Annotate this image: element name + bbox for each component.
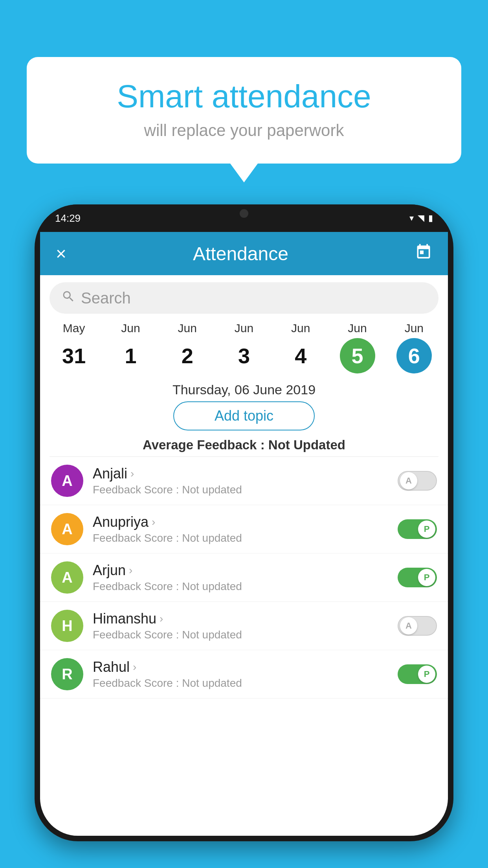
chevron-right-icon: ›	[152, 516, 155, 528]
avatar: A	[51, 465, 83, 497]
calendar-icon[interactable]	[415, 243, 432, 264]
speech-bubble: Smart attendance will replace your paper…	[27, 57, 461, 164]
date-month: Jun	[291, 322, 310, 335]
search-icon	[61, 289, 75, 307]
student-info: Anjali ›Feedback Score : Not updated	[93, 465, 388, 496]
student-name: Anjali ›	[93, 465, 388, 482]
speech-bubble-title: Smart attendance	[50, 79, 438, 114]
attendance-toggle[interactable]: P	[398, 568, 437, 587]
date-col-6[interactable]: Jun6	[391, 322, 438, 373]
date-col-4[interactable]: Jun4	[277, 322, 324, 373]
date-col-3[interactable]: Jun3	[220, 322, 268, 373]
date-month: Jun	[348, 322, 367, 335]
status-time: 14:29	[55, 212, 81, 224]
date-number[interactable]: 6	[396, 338, 432, 373]
student-list: AAnjali ›Feedback Score : Not updatedAAA…	[40, 457, 448, 699]
student-name: Arjun ›	[93, 562, 388, 579]
camera-dot	[240, 209, 248, 218]
avatar: R	[51, 658, 83, 690]
signal-icon: ◥	[418, 213, 424, 223]
date-number[interactable]: 1	[113, 338, 148, 373]
feedback-score: Feedback Score : Not updated	[93, 484, 388, 496]
avatar: H	[51, 610, 83, 642]
date-col-0[interactable]: May31	[50, 322, 97, 373]
speech-bubble-subtitle: will replace your paperwork	[50, 121, 438, 140]
attendance-toggle[interactable]: A	[398, 471, 437, 491]
attendance-toggle[interactable]: P	[398, 519, 437, 539]
search-bar[interactable]: Search	[50, 282, 438, 314]
chevron-right-icon: ›	[160, 612, 163, 625]
search-input[interactable]: Search	[81, 289, 131, 307]
date-col-1[interactable]: Jun1	[107, 322, 154, 373]
wifi-icon: ▾	[409, 213, 414, 223]
date-col-5[interactable]: Jun5	[334, 322, 381, 373]
app-screen: × Attendance Search May31Jun1Jun2Jun3Jun…	[40, 232, 448, 836]
avatar: A	[51, 561, 83, 594]
date-month: Jun	[178, 322, 197, 335]
phone-frame: 14:29 ▾ ◥ ▮ × Attendance	[35, 204, 453, 841]
student-row[interactable]: AAnupriya ›Feedback Score : Not updatedP	[40, 505, 448, 554]
phone-notch	[220, 204, 268, 222]
header-title: Attendance	[193, 243, 288, 265]
feedback-score: Feedback Score : Not updated	[93, 580, 388, 593]
toggle-knob: P	[418, 666, 435, 683]
student-row[interactable]: RRahul ›Feedback Score : Not updatedP	[40, 650, 448, 699]
student-info: Rahul ›Feedback Score : Not updated	[93, 659, 388, 690]
chevron-right-icon: ›	[129, 564, 132, 577]
chevron-right-icon: ›	[133, 661, 136, 673]
date-row: May31Jun1Jun2Jun3Jun4Jun5Jun6	[40, 318, 448, 373]
battery-icon: ▮	[428, 213, 433, 223]
attendance-toggle[interactable]: P	[398, 664, 437, 684]
date-col-2[interactable]: Jun2	[164, 322, 211, 373]
student-info: Himanshu ›Feedback Score : Not updated	[93, 611, 388, 641]
date-month: May	[63, 322, 85, 335]
toggle-knob: P	[418, 520, 435, 538]
student-row[interactable]: AAnjali ›Feedback Score : Not updatedA	[40, 457, 448, 505]
date-number[interactable]: 31	[56, 338, 92, 373]
toggle-knob: A	[400, 617, 417, 634]
selected-date-label: Thursday, 06 June 2019	[40, 382, 448, 397]
app-header: × Attendance	[40, 232, 448, 275]
date-number[interactable]: 5	[340, 338, 375, 373]
close-button[interactable]: ×	[56, 243, 66, 264]
student-row[interactable]: HHimanshu ›Feedback Score : Not updatedA	[40, 602, 448, 650]
date-number[interactable]: 2	[170, 338, 205, 373]
date-month: Jun	[235, 322, 253, 335]
date-month: Jun	[405, 322, 424, 335]
student-name: Rahul ›	[93, 659, 388, 675]
avg-feedback: Average Feedback : Not Updated	[40, 438, 448, 452]
add-topic-button[interactable]: Add topic	[173, 401, 315, 430]
feedback-score: Feedback Score : Not updated	[93, 677, 388, 690]
student-row[interactable]: AArjun ›Feedback Score : Not updatedP	[40, 554, 448, 602]
date-number[interactable]: 4	[283, 338, 318, 373]
student-name: Himanshu ›	[93, 611, 388, 627]
feedback-score: Feedback Score : Not updated	[93, 629, 388, 641]
date-month: Jun	[121, 322, 140, 335]
feedback-score: Feedback Score : Not updated	[93, 532, 388, 544]
date-number[interactable]: 3	[226, 338, 262, 373]
status-bar: 14:29 ▾ ◥ ▮	[35, 204, 453, 232]
student-info: Anupriya ›Feedback Score : Not updated	[93, 514, 388, 544]
toggle-knob: P	[418, 569, 435, 586]
avatar: A	[51, 513, 83, 545]
toggle-knob: A	[400, 472, 417, 489]
student-info: Arjun ›Feedback Score : Not updated	[93, 562, 388, 593]
status-icons: ▾ ◥ ▮	[409, 213, 433, 223]
student-name: Anupriya ›	[93, 514, 388, 530]
attendance-toggle[interactable]: A	[398, 616, 437, 636]
chevron-right-icon: ›	[130, 467, 134, 480]
